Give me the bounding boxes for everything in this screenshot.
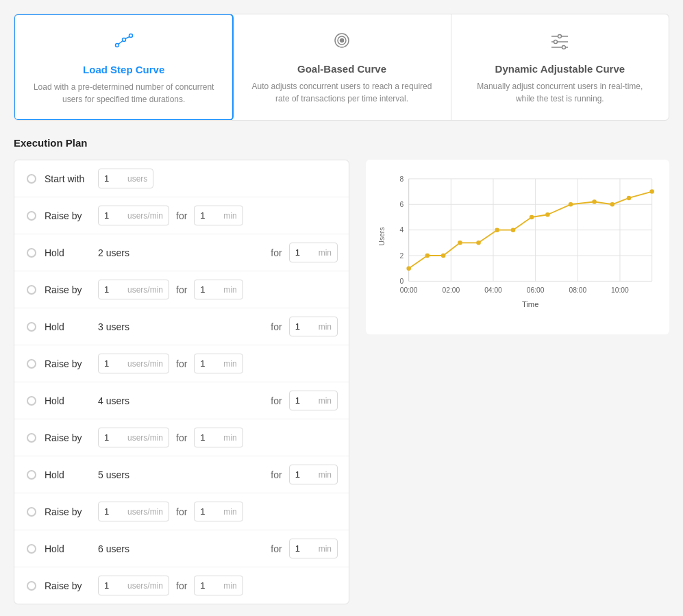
action-label-5: Raise by (45, 358, 91, 369)
step-dot-11 (27, 581, 36, 591)
action-label-11: Raise by (45, 580, 91, 591)
load-step-icon (32, 29, 216, 58)
goal-based-icon (249, 28, 434, 58)
plan-row-9: Raise by users/min for min (14, 493, 349, 530)
load-step-desc: Load with a pre-determined number of con… (32, 81, 216, 106)
for-value-7[interactable] (200, 432, 221, 443)
users-chart: 0 2 4 6 8 Users 00:00 02:00 04:00 06:00 … (377, 171, 658, 321)
for-input-9[interactable]: min (194, 502, 243, 521)
for-unit-7: min (223, 433, 236, 443)
data-point-6 (511, 227, 516, 232)
for-value-4[interactable] (295, 321, 316, 332)
for-input-5[interactable]: min (194, 354, 243, 373)
hold-text-2: 2 users (98, 247, 129, 258)
step-dot-2 (27, 248, 36, 258)
plan-row-0: Start with users (14, 160, 349, 197)
step-dot-10 (27, 544, 36, 554)
for-value-2[interactable] (295, 247, 316, 258)
for-input-1[interactable]: min (194, 206, 243, 225)
for-value-11[interactable] (200, 580, 221, 591)
for-value-9[interactable] (200, 506, 221, 517)
for-input-6[interactable]: min (289, 391, 338, 410)
step-indicator-7 (25, 433, 38, 443)
raise-by-input-3[interactable]: users/min (98, 280, 169, 299)
svg-text:10:00: 10:00 (611, 286, 629, 294)
svg-line-3 (118, 41, 122, 45)
for-input-10[interactable]: min (289, 539, 338, 558)
raise-by-input-11[interactable]: users/min (98, 576, 169, 595)
plan-row-4: Hold 3 users for min (14, 308, 349, 345)
raise-by-input-7[interactable]: users/min (98, 428, 169, 447)
data-point-0 (406, 266, 411, 271)
plan-row-5: Raise by users/min for min (14, 345, 349, 382)
data-point-4 (476, 241, 481, 245)
curve-load-step[interactable]: Load Step Curve Load with a pre-determin… (14, 14, 234, 121)
svg-text:8: 8 (400, 175, 404, 183)
svg-text:Time: Time (522, 300, 538, 308)
action-label-7: Raise by (45, 432, 91, 443)
for-value-6[interactable] (295, 395, 316, 406)
for-value-1[interactable] (200, 210, 221, 221)
raise-by-value-9[interactable] (104, 506, 125, 517)
svg-text:00:00: 00:00 (400, 286, 418, 294)
for-label-10: for (271, 543, 282, 554)
chart-area: 0 2 4 6 8 Users 00:00 02:00 04:00 06:00 … (366, 160, 669, 334)
for-input-4[interactable]: min (289, 317, 338, 336)
start-with-unit: users (127, 174, 147, 184)
plan-row-7: Raise by users/min for min (14, 419, 349, 456)
action-label-6: Hold (45, 395, 91, 406)
step-indicator-5 (25, 359, 38, 369)
for-label-2: for (271, 247, 282, 258)
step-indicator-11 (25, 581, 38, 591)
for-unit-11: min (223, 581, 236, 591)
plan-row-1: Raise by users/min for min (14, 197, 349, 234)
for-input-8[interactable]: min (289, 465, 338, 484)
for-unit-9: min (223, 507, 236, 517)
raise-by-value-1[interactable] (104, 210, 125, 221)
svg-text:02:00: 02:00 (443, 286, 460, 294)
step-indicator-1 (25, 211, 38, 221)
for-value-10[interactable] (295, 543, 316, 554)
svg-text:Users: Users (378, 227, 386, 246)
raise-by-value-7[interactable] (104, 432, 125, 443)
for-input-2[interactable]: min (289, 243, 338, 262)
curve-selector: Load Step Curve Load with a pre-determin… (14, 14, 669, 121)
for-label-8: for (271, 469, 282, 480)
raise-by-input-5[interactable]: users/min (98, 354, 169, 373)
for-input-11[interactable]: min (194, 576, 243, 595)
step-indicator-4 (25, 322, 38, 332)
for-input-7[interactable]: min (194, 428, 243, 447)
data-point-12 (627, 196, 632, 201)
svg-text:08:00: 08:00 (569, 286, 586, 294)
raise-by-unit-9: users/min (127, 507, 163, 517)
svg-text:2: 2 (400, 252, 404, 260)
step-indicator-2 (25, 248, 38, 258)
for-label-5: for (176, 358, 187, 369)
for-input-3[interactable]: min (194, 280, 243, 299)
raise-by-input-1[interactable]: users/min (98, 206, 169, 225)
action-label-8: Hold (45, 469, 91, 480)
plan-row-2: Hold 2 users for min (14, 234, 349, 271)
curve-goal-based[interactable]: Goal-Based Curve Auto adjusts concurrent… (233, 14, 451, 120)
step-dot-6 (27, 396, 36, 406)
raise-by-value-3[interactable] (104, 284, 125, 295)
for-value-3[interactable] (200, 284, 221, 295)
plan-row-10: Hold 6 users for min (14, 530, 349, 567)
step-dot-8 (27, 470, 36, 480)
start-with-input[interactable]: users (98, 169, 153, 188)
main-content: Start with users Raise by users/min for (14, 160, 669, 604)
hold-text-4: 3 users (98, 321, 129, 332)
action-label-1: Raise by (45, 210, 91, 221)
curve-dynamic[interactable]: Dynamic Adjustable Curve Manually adjust… (451, 14, 669, 120)
raise-by-unit-5: users/min (127, 359, 163, 369)
start-with-value[interactable] (104, 173, 125, 184)
data-point-11 (610, 202, 614, 207)
for-value-5[interactable] (200, 358, 221, 369)
for-unit-1: min (223, 211, 236, 221)
for-value-8[interactable] (295, 469, 316, 480)
load-step-title: Load Step Curve (32, 64, 216, 75)
raise-by-input-9[interactable]: users/min (98, 502, 169, 521)
raise-by-value-5[interactable] (104, 358, 125, 369)
raise-by-value-11[interactable] (104, 580, 125, 591)
goal-based-desc: Auto adjusts concurrent users to reach a… (249, 80, 434, 105)
